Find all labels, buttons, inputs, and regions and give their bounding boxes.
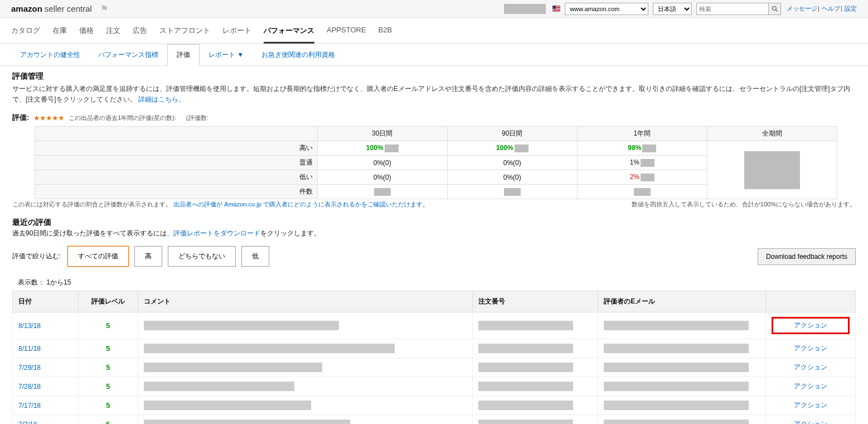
main-nav-item[interactable]: 価格: [79, 18, 94, 44]
action-button[interactable]: アクション: [772, 401, 850, 410]
filter-button[interactable]: すべての評価: [67, 246, 129, 267]
email-redacted: [604, 321, 749, 330]
help-link[interactable]: ヘルプ: [822, 5, 840, 12]
feedback-date-link[interactable]: 8/13/18: [18, 322, 41, 330]
page-title: 評価管理: [12, 71, 856, 81]
search-button[interactable]: [769, 3, 781, 15]
summary-cell: [707, 141, 837, 199]
feedback-date-link[interactable]: 8/11/18: [18, 345, 41, 353]
comment-redacted: [144, 344, 395, 353]
comment-redacted: [144, 420, 350, 424]
main-nav-item[interactable]: カタログ: [11, 18, 40, 44]
header-links: メッセージ| ヘルプ| 設定: [787, 4, 857, 13]
feedback-date-link[interactable]: 7/17/18: [18, 402, 41, 409]
feedback-date-link[interactable]: 7/7/18: [18, 421, 37, 424]
th-date: 日付: [13, 291, 79, 312]
main-nav-item[interactable]: パフォーマンス: [264, 18, 314, 44]
summary-period-header: 30日間: [317, 127, 447, 141]
summary-period-header: 1年間: [577, 127, 707, 141]
comment-redacted: [144, 401, 311, 410]
seller-feedback-display-link[interactable]: 出品者への評価が Amazon.co.jp で購入者にどのように表示されるかをご…: [173, 201, 429, 208]
marketplace-select[interactable]: www.amazon.com: [565, 3, 648, 15]
main-nav-item[interactable]: 注文: [106, 18, 120, 44]
page-description: サービスに対する購入者の満足度を追跡するには、評価管理機能を使用します。短期およ…: [12, 84, 856, 105]
sub-nav-item[interactable]: 評価: [167, 44, 200, 66]
email-redacted: [604, 420, 749, 424]
top-header: amazon seller central ⚑ www.amazon.com 日…: [0, 0, 868, 18]
search-input[interactable]: [696, 3, 769, 15]
download-feedback-button[interactable]: Download feedback reports: [758, 248, 856, 265]
search-box: [696, 3, 781, 15]
sub-nav-item[interactable]: レポート ▼: [200, 45, 253, 65]
rating-header: 評価: ★★★★★ この出品者の過去1年間の評価(星の数): (評価数:: [12, 113, 856, 123]
email-redacted: [604, 382, 749, 391]
sub-nav: アカウントの健全性パフォーマンス指標評価レポート ▼お急ぎ便関連の利用資格: [0, 44, 868, 66]
download-report-link[interactable]: 評価レポートをダウンロード: [173, 229, 260, 237]
sub-nav-item[interactable]: お急ぎ便関連の利用資格: [253, 45, 344, 65]
settings-link[interactable]: 設定: [845, 5, 857, 12]
main-nav: カタログ在庫価格注文広告ストアフロントレポートパフォーマンスAPPSTOREB2…: [0, 18, 868, 44]
table-row: 8/13/185アクション: [13, 312, 856, 339]
main-nav-item[interactable]: B2B: [379, 18, 392, 44]
main-nav-item[interactable]: APPSTORE: [327, 18, 366, 44]
action-button[interactable]: アクション: [772, 344, 850, 353]
seller-name-redacted: [504, 4, 546, 14]
order-redacted: [478, 382, 573, 391]
table-row: 7/17/185アクション: [13, 396, 856, 415]
order-redacted: [478, 401, 573, 410]
filter-button[interactable]: どちらでもない: [168, 246, 236, 267]
svg-line-1: [775, 9, 777, 11]
summary-footnote: この表には対応する評価の割合と評価数が表示されます。 出品者への評価が Amaz…: [12, 200, 856, 209]
table-row: 7/7/185アクション: [13, 415, 856, 424]
summary-cell: [317, 185, 447, 199]
summary-cell: 0%(0): [447, 170, 577, 185]
rating-value: 5: [106, 382, 110, 391]
th-order: 注文番号: [473, 291, 598, 312]
comment-redacted: [144, 382, 294, 391]
logo[interactable]: amazon seller central: [11, 4, 92, 13]
feedback-date-link[interactable]: 7/28/18: [18, 383, 41, 391]
filter-button[interactable]: 高: [134, 246, 162, 267]
summary-row-label: 件数: [35, 185, 318, 199]
messages-link[interactable]: メッセージ: [787, 5, 817, 12]
summary-row-label: 高い: [35, 141, 318, 156]
summary-cell: 0%(0): [317, 156, 447, 170]
summary-period-header: 全期間: [707, 127, 837, 141]
th-email: 評価者のEメール: [598, 291, 766, 312]
rating-value: 5: [106, 363, 110, 372]
th-comment: コメント: [138, 291, 473, 312]
action-button[interactable]: アクション: [772, 317, 850, 334]
recent-desc: 過去90日間に受け取った評価をすべて表示するには、評価レポートをダウンロードをク…: [12, 229, 856, 238]
action-button[interactable]: アクション: [772, 363, 850, 372]
rating-value: 5: [106, 344, 110, 353]
th-action: [766, 291, 856, 312]
table-row: 7/28/185アクション: [13, 377, 856, 396]
main-nav-item[interactable]: レポート: [222, 18, 251, 44]
th-rating: 評価レベル: [78, 291, 138, 312]
rating-sub2: (評価数:: [186, 114, 208, 122]
filter-button[interactable]: 低: [241, 246, 269, 267]
summary-row-label: 低い: [35, 170, 318, 185]
email-redacted: [604, 363, 749, 372]
action-button[interactable]: アクション: [772, 382, 850, 391]
summary-cell: 0%(0): [317, 170, 447, 185]
main-nav-item[interactable]: 在庫: [52, 18, 67, 44]
display-count: 表示数： 1から15: [18, 278, 856, 287]
summary-cell: 2%: [577, 170, 707, 185]
marketplace-switcher-icon[interactable]: ⚑: [100, 3, 108, 14]
language-select[interactable]: 日本語: [653, 3, 692, 15]
sub-nav-item[interactable]: パフォーマンス指標: [89, 45, 167, 65]
summary-cell: 0%(0): [447, 156, 577, 170]
order-redacted: [478, 321, 573, 330]
main-nav-item[interactable]: 広告: [133, 18, 147, 44]
filter-label: 評価で絞り込む:: [12, 252, 61, 261]
details-link[interactable]: 詳細はこちら。: [138, 95, 185, 103]
main-nav-item[interactable]: ストアフロント: [159, 18, 210, 44]
summary-period-header: 90日間: [447, 127, 577, 141]
feedback-table: 日付 評価レベル コメント 注文番号 評価者のEメール 8/13/185アクショ…: [12, 291, 856, 424]
feedback-date-link[interactable]: 7/29/18: [18, 364, 41, 372]
action-button[interactable]: アクション: [772, 420, 850, 424]
flag-us-icon: [552, 6, 560, 12]
sub-nav-item[interactable]: アカウントの健全性: [11, 45, 89, 65]
summary-cell: [577, 185, 707, 199]
